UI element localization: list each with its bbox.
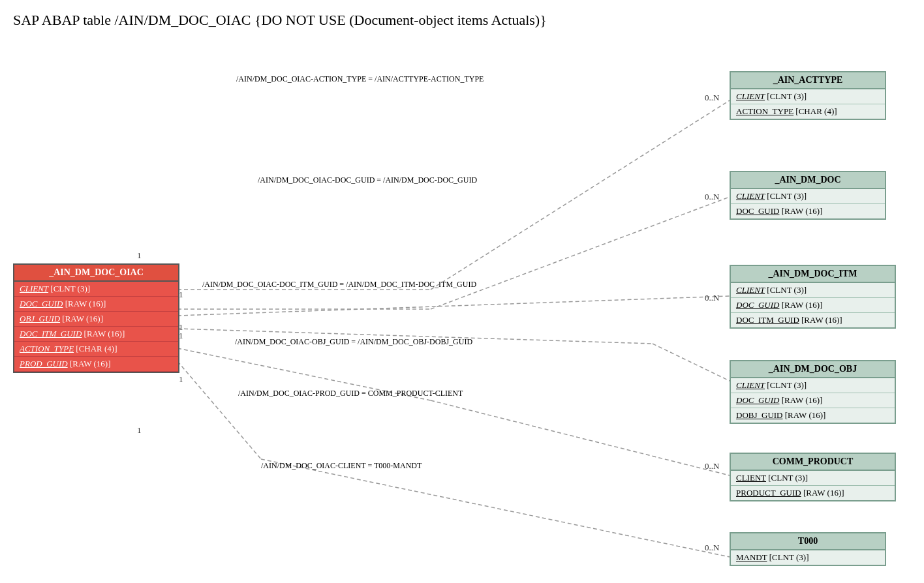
source-field-doc-itm-guid: DOC_ITM_GUID [RAW (16)] [14, 327, 178, 342]
page-title: SAP ABAP table /AIN/DM_DOC_OIAC {DO NOT … [0, 0, 924, 35]
svg-line-1 [431, 100, 730, 290]
card-comm-product-to: 0..N [705, 461, 719, 471]
table-dm-doc-itm: _AIN_DM_DOC_ITM CLIENT [CLNT (3)] DOC_GU… [730, 265, 896, 329]
conn-label-acttype: /AIN/DM_DOC_OIAC-ACTION_TYPE = /AIN/ACTT… [236, 74, 484, 84]
dm-doc-itm-field-client: CLIENT [CLNT (3)] [731, 283, 895, 298]
comm-product-field-product-guid: PRODUCT_GUID [RAW (16)] [731, 486, 895, 500]
card-source-2: 1 [179, 290, 183, 300]
card-acttype-to: 0..N [705, 93, 719, 103]
card-source-5: 1 [179, 374, 183, 385]
card-dm-doc-itm-to: 0..N [705, 293, 719, 303]
source-field-prod-guid: PROD_GUID [RAW (16)] [14, 357, 178, 372]
table-dm-doc: _AIN_DM_DOC CLIENT [CLNT (3)] DOC_GUID [… [730, 171, 886, 220]
card-dm-doc-to: 0..N [705, 192, 719, 202]
table-comm-product: COMM_PRODUCT CLIENT [CLNT (3)] PRODUCT_G… [730, 453, 896, 501]
card-source-1: 1 [137, 250, 142, 261]
table-acttype-header: _AIN_ACTTYPE [731, 72, 885, 89]
dm-doc-field-doc-guid: DOC_GUID [RAW (16)] [731, 204, 885, 218]
acttype-field-client: CLIENT [CLNT (3)] [731, 89, 885, 104]
svg-line-6 [653, 344, 730, 381]
conn-label-dm-doc-itm: /AIN/DM_DOC_OIAC-DOC_ITM_GUID = /AIN/DM_… [202, 280, 476, 290]
table-acttype: _AIN_ACTTYPE CLIENT [CLNT (3)] ACTION_TY… [730, 71, 886, 120]
svg-line-4 [177, 296, 730, 316]
source-table-header: _AIN_DM_DOC_OIAC [14, 265, 178, 282]
table-dm-doc-obj: _AIN_DM_DOC_OBJ CLIENT [CLNT (3)] DOC_GU… [730, 360, 896, 424]
card-source-6: 1 [137, 425, 142, 436]
dm-doc-obj-field-dobj-guid: DOBJ_GUID [RAW (16)] [731, 408, 895, 423]
dm-doc-obj-field-doc-guid: DOC_GUID [RAW (16)] [731, 393, 895, 408]
source-field-client: CLIENT [CLNT (3)] [14, 282, 178, 297]
table-dm-doc-header: _AIN_DM_DOC [731, 172, 885, 189]
conn-label-dm-doc: /AIN/DM_DOC_OIAC-DOC_GUID = /AIN/DM_DOC-… [258, 175, 477, 185]
source-field-doc-guid: DOC_GUID [RAW (16)] [14, 297, 178, 312]
acttype-field-action-type: ACTION_TYPE [CHAR (4)] [731, 104, 885, 119]
table-comm-product-header: COMM_PRODUCT [731, 454, 895, 471]
svg-line-8 [431, 400, 730, 475]
table-dm-doc-itm-header: _AIN_DM_DOC_ITM [731, 266, 895, 283]
table-t000-header: T000 [731, 533, 885, 550]
conn-label-comm-product: /AIN/DM_DOC_OIAC-PROD_GUID = COMM_PRODUC… [238, 389, 463, 398]
conn-label-dm-doc-obj: /AIN/DM_DOC_OIAC-OBJ_GUID = /AIN/DM_DOC_… [235, 337, 472, 347]
card-t000-to: 0..N [705, 543, 719, 553]
source-field-action-type: ACTION_TYPE [CHAR (4)] [14, 342, 178, 357]
svg-line-3 [431, 197, 730, 309]
dm-doc-itm-field-doc-guid: DOC_GUID [RAW (16)] [731, 298, 895, 313]
card-source-4: 1 [179, 331, 183, 341]
source-table: _AIN_DM_DOC_OIAC CLIENT [CLNT (3)] DOC_G… [13, 263, 179, 373]
source-field-obj-guid: OBJ_GUID [RAW (16)] [14, 312, 178, 327]
dm-doc-field-client: CLIENT [CLNT (3)] [731, 189, 885, 204]
table-t000: T000 MANDT [CLNT (3)] [730, 532, 886, 566]
dm-doc-itm-field-doc-itm-guid: DOC_ITM_GUID [RAW (16)] [731, 313, 895, 327]
t000-field-mandt: MANDT [CLNT (3)] [731, 550, 885, 565]
diagram-area: _AIN_DM_DOC_OIAC CLIENT [CLNT (3)] DOC_G… [0, 35, 924, 583]
table-dm-doc-obj-header: _AIN_DM_DOC_OBJ [731, 361, 895, 378]
svg-line-9 [177, 361, 261, 459]
conn-label-t000: /AIN/DM_DOC_OIAC-CLIENT = T000-MANDT [261, 461, 422, 471]
comm-product-field-client: CLIENT [CLNT (3)] [731, 471, 895, 486]
svg-line-10 [261, 459, 730, 557]
dm-doc-obj-field-client: CLIENT [CLNT (3)] [731, 378, 895, 393]
